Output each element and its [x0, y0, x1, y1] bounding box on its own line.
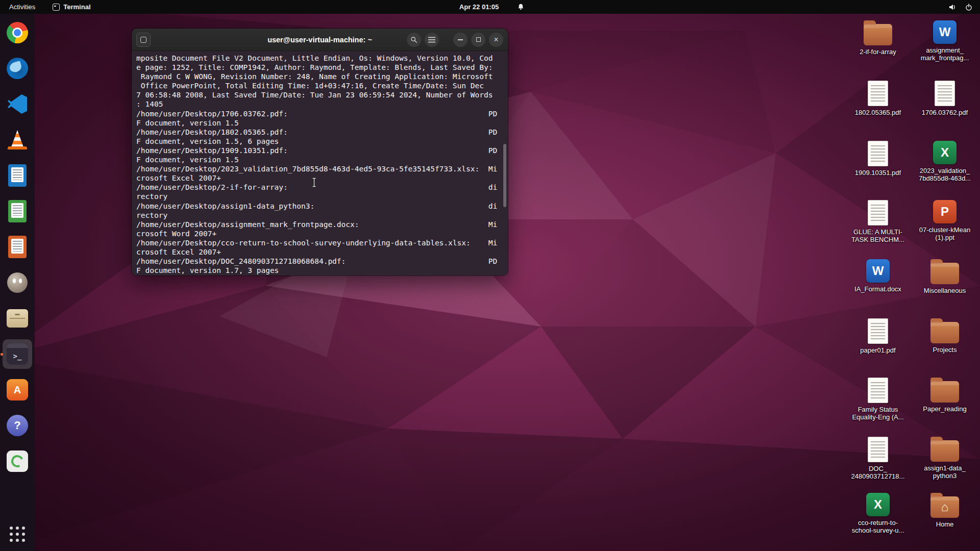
desktop-icon[interactable]: ⌂Home: [914, 493, 976, 529]
dock-item-calc[interactable]: [3, 196, 32, 226]
dock-item-terminal[interactable]: >_: [3, 339, 32, 369]
power-icon[interactable]: [965, 3, 973, 11]
desktop-icon[interactable]: Family Status Equality-Eng (A...: [847, 378, 909, 421]
dock-item-writer[interactable]: [3, 161, 32, 190]
dock-item-chrome[interactable]: [3, 18, 32, 47]
dock-item-vlc[interactable]: [3, 125, 32, 155]
desktop-icon[interactable]: GLUE: A MULTI- TASK BENCHM...: [847, 200, 909, 244]
desktop-icon-label: 1802.05365.pdf: [855, 109, 901, 117]
folder-icon: [864, 24, 892, 45]
desktop-icon[interactable]: assign1-data_ python3: [914, 437, 976, 480]
focused-app-label: Terminal: [63, 3, 90, 11]
home-folder-icon: ⌂: [930, 496, 959, 518]
maximize-icon: [476, 37, 481, 42]
updater-icon: [7, 450, 28, 472]
terminal-text: mposite Document File V2 Document, Littl…: [136, 54, 505, 275]
desktop-icon[interactable]: WIA_Format.docx: [847, 259, 909, 293]
dock-item-thunderbird[interactable]: [3, 54, 32, 83]
hamburger-icon: [428, 37, 435, 43]
word-icon: W: [933, 20, 957, 44]
excel-icon: X: [866, 493, 890, 516]
desktop-icon-label: 1909.10351.pdf: [855, 169, 901, 177]
search-button[interactable]: [407, 33, 421, 47]
maximize-button[interactable]: [471, 33, 485, 47]
desktop-icon[interactable]: 2-if-for-array: [847, 20, 909, 56]
vlc-icon: [7, 130, 28, 149]
terminal-app-icon: [53, 4, 60, 11]
minimize-icon: [458, 39, 463, 40]
desktop-icon-label: assignment_ mark_frontpag...: [921, 47, 969, 62]
desktop-icon-label: Family Status Equality-Eng (A...: [852, 406, 903, 421]
desktop-icon-label: 07-cluster-kMean (1).ppt: [919, 227, 970, 242]
calc-icon: [8, 200, 27, 222]
desktop-icon[interactable]: DOC_ 2480903712718...: [847, 437, 909, 481]
desktop-icon-label: 2-if-for-array: [860, 48, 896, 56]
desktop-icon[interactable]: Miscellaneous: [914, 259, 976, 295]
desktop-icon-label: cco-return-to- school-survey-u...: [852, 519, 904, 535]
desktop-icon-label: GLUE: A MULTI- TASK BENCHM...: [851, 229, 904, 244]
dock-item-help[interactable]: ?: [3, 411, 32, 440]
ppt-icon: P: [933, 200, 957, 223]
search-icon: [410, 36, 418, 43]
impress-icon: [8, 236, 27, 258]
dock-item-vscode[interactable]: [3, 89, 32, 119]
pdf-icon: [935, 81, 955, 106]
pdf-icon: [868, 81, 888, 106]
software-icon: A: [7, 379, 28, 400]
desktop-icon-label: Miscellaneous: [924, 287, 966, 295]
activities-button[interactable]: Activities: [5, 2, 39, 12]
volume-icon[interactable]: [948, 3, 957, 11]
dock-item-gimp[interactable]: [3, 268, 32, 297]
pdf-icon: [868, 378, 888, 403]
vscode-icon: [8, 94, 27, 114]
close-button[interactable]: ×: [489, 33, 503, 47]
terminal-window[interactable]: user@user-virtual-machine: ~ × mposite D…: [132, 29, 508, 276]
top-bar: Activities Terminal Apr 22 01:05: [0, 0, 980, 14]
minimize-button[interactable]: [453, 33, 468, 47]
folder-icon: [930, 381, 959, 403]
desktop-icon[interactable]: 1706.03762.pdf: [914, 81, 976, 117]
new-tab-button[interactable]: [136, 33, 151, 47]
pdf-icon: [868, 200, 888, 226]
pdf-icon: [868, 318, 888, 344]
desktop-icon-label: 1706.03762.pdf: [922, 109, 968, 117]
excel-icon: X: [933, 141, 957, 164]
desktop-icon-label: assign1-data_ python3: [924, 465, 966, 480]
window-title: user@user-virtual-machine: ~: [267, 36, 372, 44]
clock-button[interactable]: Apr 22 01:05: [455, 2, 503, 12]
show-applications-button[interactable]: [10, 527, 25, 546]
focused-app-menu[interactable]: Terminal: [50, 2, 93, 12]
desktop-icon-label: Home: [936, 521, 954, 529]
desktop-icon[interactable]: X2023_validation_ 7bd855d8-463d...: [914, 141, 976, 183]
dock-item-software[interactable]: A: [3, 375, 32, 405]
desktop-icon-label: IA_Format.docx: [854, 286, 901, 293]
terminal-icon: >_: [7, 343, 28, 365]
menu-button[interactable]: [425, 33, 439, 47]
thunderbird-icon: [7, 58, 28, 79]
desktop-icon[interactable]: P07-cluster-kMean (1).ppt: [914, 200, 976, 242]
dock-item-impress[interactable]: [3, 232, 32, 262]
terminal-headerbar[interactable]: user@user-virtual-machine: ~ ×: [132, 29, 508, 51]
dock: >_A?: [0, 14, 35, 551]
scrollbar-thumb[interactable]: [503, 144, 506, 207]
mouse-text-cursor: [311, 178, 317, 189]
desktop-icon[interactable]: 1909.10351.pdf: [847, 141, 909, 177]
desktop-icon[interactable]: paper01.pdf: [847, 318, 909, 355]
writer-icon: [8, 164, 27, 187]
gimp-icon: [7, 272, 28, 293]
terminal-output-area[interactable]: mposite Document File V2 Document, Littl…: [132, 51, 508, 276]
desktop-icon[interactable]: Paper_reading: [914, 378, 976, 413]
pdf-icon: [868, 141, 888, 166]
close-icon: ×: [494, 36, 498, 44]
desktop-icon-label: Projects: [933, 346, 957, 354]
desktop-icon[interactable]: Wassignment_ mark_frontpag...: [914, 20, 976, 62]
desktop-icon[interactable]: Xcco-return-to- school-survey-u...: [847, 493, 909, 535]
folder-icon: [930, 263, 959, 284]
notification-bell-icon: [517, 3, 525, 11]
desktop-icon[interactable]: 1802.05365.pdf: [847, 81, 909, 117]
desktop-icon-label: Paper_reading: [923, 406, 966, 413]
desktop-icon[interactable]: Projects: [914, 318, 976, 354]
files-icon: [7, 309, 28, 328]
dock-item-files[interactable]: [3, 304, 32, 333]
dock-item-updater[interactable]: [3, 446, 32, 476]
